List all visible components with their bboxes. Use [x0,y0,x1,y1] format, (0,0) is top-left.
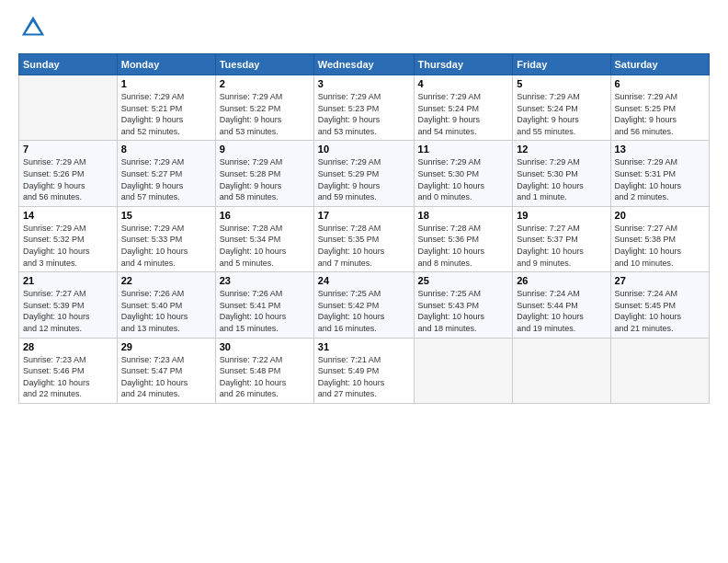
day-cell: 18Sunrise: 7:28 AMSunset: 5:36 PMDayligh… [414,206,513,271]
day-cell: 7Sunrise: 7:29 AMSunset: 5:26 PMDaylight… [19,141,118,206]
week-row-1: 7Sunrise: 7:29 AMSunset: 5:26 PMDaylight… [19,141,710,206]
day-number: 16 [220,210,310,221]
day-number: 21 [23,275,113,286]
day-cell: 29Sunrise: 7:23 AMSunset: 5:47 PMDayligh… [117,338,215,403]
day-cell: 6Sunrise: 7:29 AMSunset: 5:25 PMDaylight… [610,75,709,141]
day-number: 20 [615,210,705,221]
day-number: 15 [121,210,211,221]
calendar-header: SundayMondayTuesdayWednesdayThursdayFrid… [19,54,710,75]
day-header-friday: Friday [513,54,610,75]
day-cell: 2Sunrise: 7:29 AMSunset: 5:22 PMDaylight… [215,75,313,141]
day-info: Sunrise: 7:27 AMSunset: 5:37 PMDaylight:… [517,223,606,269]
day-number: 2 [220,78,310,89]
day-info: Sunrise: 7:24 AMSunset: 5:44 PMDaylight:… [517,288,606,334]
day-cell: 13Sunrise: 7:29 AMSunset: 5:31 PMDayligh… [610,141,709,206]
day-info: Sunrise: 7:29 AMSunset: 5:29 PMDaylight:… [318,156,410,202]
day-cell: 19Sunrise: 7:27 AMSunset: 5:37 PMDayligh… [513,206,610,271]
day-cell: 26Sunrise: 7:24 AMSunset: 5:44 PMDayligh… [513,272,610,338]
day-cell: 16Sunrise: 7:28 AMSunset: 5:34 PMDayligh… [215,206,313,271]
day-cell: 28Sunrise: 7:23 AMSunset: 5:46 PMDayligh… [19,338,118,403]
week-row-2: 14Sunrise: 7:29 AMSunset: 5:32 PMDayligh… [19,206,710,271]
calendar-body: 1Sunrise: 7:29 AMSunset: 5:21 PMDaylight… [19,75,710,404]
day-header-wednesday: Wednesday [313,54,414,75]
day-number: 26 [517,275,606,286]
day-info: Sunrise: 7:29 AMSunset: 5:27 PMDaylight:… [121,156,211,202]
day-info: Sunrise: 7:28 AMSunset: 5:35 PMDaylight:… [318,223,410,269]
day-cell [414,338,513,403]
day-info: Sunrise: 7:29 AMSunset: 5:25 PMDaylight:… [615,91,705,137]
day-number: 3 [318,78,410,89]
day-cell: 21Sunrise: 7:27 AMSunset: 5:39 PMDayligh… [19,272,118,338]
day-header-saturday: Saturday [610,54,709,75]
day-cell: 3Sunrise: 7:29 AMSunset: 5:23 PMDaylight… [313,75,414,141]
day-number: 19 [517,210,606,221]
day-header-monday: Monday [117,54,215,75]
day-number: 25 [418,275,509,286]
day-cell: 1Sunrise: 7:29 AMSunset: 5:21 PMDaylight… [117,75,215,141]
day-info: Sunrise: 7:26 AMSunset: 5:41 PMDaylight:… [220,288,310,334]
day-number: 8 [121,144,211,155]
day-number: 10 [318,144,410,155]
calendar: SundayMondayTuesdayWednesdayThursdayFrid… [18,53,710,404]
day-info: Sunrise: 7:29 AMSunset: 5:21 PMDaylight:… [121,91,211,137]
header-row: SundayMondayTuesdayWednesdayThursdayFrid… [19,54,710,75]
week-row-3: 21Sunrise: 7:27 AMSunset: 5:39 PMDayligh… [19,272,710,338]
day-cell [610,338,709,403]
day-info: Sunrise: 7:22 AMSunset: 5:48 PMDaylight:… [220,354,310,400]
day-info: Sunrise: 7:29 AMSunset: 5:30 PMDaylight:… [517,156,606,202]
day-number: 5 [517,78,606,89]
day-header-thursday: Thursday [414,54,513,75]
day-number: 14 [23,210,113,221]
day-info: Sunrise: 7:28 AMSunset: 5:36 PMDaylight:… [418,223,509,269]
day-header-sunday: Sunday [19,54,118,75]
day-cell: 20Sunrise: 7:27 AMSunset: 5:38 PMDayligh… [610,206,709,271]
day-number: 18 [418,210,509,221]
day-header-tuesday: Tuesday [215,54,313,75]
day-cell: 14Sunrise: 7:29 AMSunset: 5:32 PMDayligh… [19,206,118,271]
day-number: 27 [615,275,705,286]
day-info: Sunrise: 7:29 AMSunset: 5:33 PMDaylight:… [121,223,211,269]
day-number: 29 [121,341,211,352]
day-number: 11 [418,144,509,155]
day-cell: 25Sunrise: 7:25 AMSunset: 5:43 PMDayligh… [414,272,513,338]
day-info: Sunrise: 7:29 AMSunset: 5:32 PMDaylight:… [23,223,113,269]
day-info: Sunrise: 7:27 AMSunset: 5:39 PMDaylight:… [23,288,113,334]
day-info: Sunrise: 7:25 AMSunset: 5:43 PMDaylight:… [418,288,509,334]
day-cell: 4Sunrise: 7:29 AMSunset: 5:24 PMDaylight… [414,75,513,141]
day-info: Sunrise: 7:29 AMSunset: 5:28 PMDaylight:… [220,156,310,202]
day-cell [19,75,118,141]
day-cell: 10Sunrise: 7:29 AMSunset: 5:29 PMDayligh… [313,141,414,206]
day-info: Sunrise: 7:21 AMSunset: 5:49 PMDaylight:… [318,354,410,400]
day-info: Sunrise: 7:25 AMSunset: 5:42 PMDaylight:… [318,288,410,334]
day-number: 4 [418,78,509,89]
week-row-0: 1Sunrise: 7:29 AMSunset: 5:21 PMDaylight… [19,75,710,141]
day-cell: 12Sunrise: 7:29 AMSunset: 5:30 PMDayligh… [513,141,610,206]
day-cell: 5Sunrise: 7:29 AMSunset: 5:24 PMDaylight… [513,75,610,141]
day-info: Sunrise: 7:23 AMSunset: 5:47 PMDaylight:… [121,354,211,400]
day-cell: 11Sunrise: 7:29 AMSunset: 5:30 PMDayligh… [414,141,513,206]
header [18,15,710,44]
day-number: 12 [517,144,606,155]
day-cell [513,338,610,403]
day-info: Sunrise: 7:26 AMSunset: 5:40 PMDaylight:… [121,288,211,334]
day-number: 7 [23,144,113,155]
day-number: 24 [318,275,410,286]
page: SundayMondayTuesdayWednesdayThursdayFrid… [0,0,728,413]
day-info: Sunrise: 7:29 AMSunset: 5:24 PMDaylight:… [418,91,509,137]
day-cell: 8Sunrise: 7:29 AMSunset: 5:27 PMDaylight… [117,141,215,206]
day-cell: 9Sunrise: 7:29 AMSunset: 5:28 PMDaylight… [215,141,313,206]
day-number: 23 [220,275,310,286]
day-cell: 17Sunrise: 7:28 AMSunset: 5:35 PMDayligh… [313,206,414,271]
day-number: 13 [615,144,705,155]
day-number: 17 [318,210,410,221]
day-info: Sunrise: 7:24 AMSunset: 5:45 PMDaylight:… [615,288,705,334]
day-cell: 23Sunrise: 7:26 AMSunset: 5:41 PMDayligh… [215,272,313,338]
day-cell: 27Sunrise: 7:24 AMSunset: 5:45 PMDayligh… [610,272,709,338]
day-info: Sunrise: 7:29 AMSunset: 5:22 PMDaylight:… [220,91,310,137]
day-cell: 22Sunrise: 7:26 AMSunset: 5:40 PMDayligh… [117,272,215,338]
day-cell: 30Sunrise: 7:22 AMSunset: 5:48 PMDayligh… [215,338,313,403]
day-number: 22 [121,275,211,286]
week-row-4: 28Sunrise: 7:23 AMSunset: 5:46 PMDayligh… [19,338,710,403]
day-info: Sunrise: 7:28 AMSunset: 5:34 PMDaylight:… [220,223,310,269]
day-cell: 31Sunrise: 7:21 AMSunset: 5:49 PMDayligh… [313,338,414,403]
